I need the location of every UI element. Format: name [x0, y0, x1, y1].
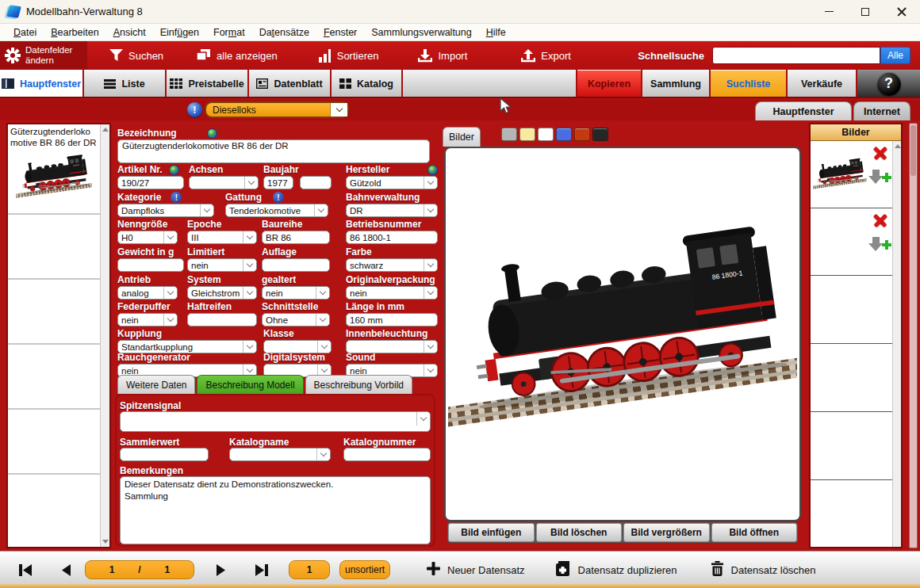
bezeichnung-field[interactable]: Güterzugtenderlokomotive BR 86 der DR — [117, 139, 430, 163]
quicksearch-input[interactable] — [712, 47, 880, 64]
bild-oeffnen-button[interactable]: Bild öffnen — [711, 523, 798, 542]
nenngroesse-select[interactable]: H0 — [117, 231, 178, 244]
image-slot[interactable] — [811, 141, 892, 208]
haftreifen-field[interactable] — [187, 313, 257, 326]
swatch-yellow[interactable] — [519, 128, 535, 141]
globe-icon[interactable] — [427, 165, 438, 175]
federpuffer-select[interactable]: nein — [117, 313, 178, 326]
tab-katalog[interactable]: Katalog — [332, 70, 401, 97]
auflage-field[interactable] — [262, 258, 330, 272]
main-image[interactable] — [444, 147, 801, 521]
bemerkungen-field[interactable]: Dieser Datensatz dient zu Demonstrations… — [120, 476, 431, 544]
tab-liste[interactable]: Liste — [84, 70, 165, 97]
close-button[interactable] — [884, 0, 920, 23]
export-button[interactable]: Export — [513, 41, 579, 70]
scrollbar-thumb[interactable] — [910, 125, 916, 176]
baureihe-field[interactable] — [262, 231, 330, 244]
tab-suchliste[interactable]: Suchliste — [711, 70, 786, 97]
tab-hauptfenster[interactable]: Hauptfenster — [0, 70, 82, 97]
globe-icon[interactable] — [207, 128, 217, 139]
previous-record-button[interactable] — [60, 563, 72, 577]
tab-bilder[interactable]: Bilder — [443, 127, 481, 147]
gattung-select[interactable]: Tenderlokomotive — [225, 204, 328, 217]
antrieb-select[interactable]: analog — [117, 286, 178, 300]
laenge-field[interactable] — [346, 313, 438, 326]
delete-image-icon[interactable] — [873, 213, 887, 227]
duplicate-record-button[interactable]: Datensatz duplizieren — [555, 561, 677, 578]
record-list-item-selected[interactable]: Güterzugtenderlokomotive BR 86 der DR — [8, 124, 100, 215]
tab-preistabelle[interactable]: Preistabelle — [167, 70, 247, 97]
scroll-down-icon[interactable] — [102, 540, 109, 544]
next-record-button[interactable] — [215, 563, 227, 577]
menu-fenster[interactable]: Fenster — [316, 25, 364, 40]
quicksearch-all-button[interactable]: Alle — [880, 47, 910, 64]
images-scrollbar[interactable] — [892, 141, 901, 547]
tab-verkaeufe[interactable]: Verkäufe — [788, 70, 856, 97]
baujahr-field[interactable] — [263, 176, 293, 189]
bahnverwaltung-select[interactable]: DR — [346, 204, 438, 217]
info-icon[interactable] — [187, 102, 202, 117]
menu-einfuegen[interactable]: Einfügen — [153, 25, 206, 40]
right-tab-hauptfenster[interactable]: Hauptfenster — [755, 101, 852, 120]
gewicht-field[interactable] — [117, 258, 184, 272]
farbe-select[interactable]: schwarz — [346, 258, 438, 272]
window-scrollbar[interactable] — [909, 123, 918, 548]
system-select[interactable]: Gleichstrom — [187, 286, 257, 300]
menu-format[interactable]: Format — [206, 25, 252, 40]
menu-datensaetze[interactable]: Datensätze — [252, 25, 316, 40]
move-down-add-icon[interactable] — [871, 237, 890, 253]
tab-kopieren[interactable]: Kopieren — [577, 70, 641, 97]
menu-sammlungsverwaltung[interactable]: Sammlungsverwaltung — [364, 25, 478, 40]
scroll-up-icon[interactable] — [102, 128, 109, 132]
first-record-button[interactable] — [17, 563, 33, 577]
gealtert-select[interactable]: nein — [262, 286, 330, 300]
record-list-item[interactable] — [8, 280, 100, 345]
right-tab-internet[interactable]: Internet — [853, 101, 910, 120]
achsen-select[interactable] — [189, 176, 259, 189]
schnittstelle-select[interactable]: Ohne — [262, 313, 330, 326]
betriebsnummer-field[interactable] — [346, 231, 438, 244]
tab-weitere-daten[interactable]: Weitere Daten — [117, 375, 195, 394]
limitiert-select[interactable]: nein — [187, 258, 257, 272]
image-slot[interactable] — [811, 344, 892, 412]
image-slot[interactable] — [811, 412, 892, 480]
tab-sammlung[interactable]: Sammlung — [642, 70, 709, 97]
record-list-item[interactable] — [8, 410, 100, 475]
epoche-select[interactable]: III — [187, 231, 257, 244]
new-record-button[interactable]: Neuer Datensatz — [427, 562, 525, 578]
kategorie-select[interactable]: Dampfloks — [117, 204, 214, 217]
menu-hilfe[interactable]: Hilfe — [479, 25, 513, 40]
record-list-item[interactable] — [8, 215, 100, 280]
bild-einfuegen-button[interactable]: Bild einfügen — [448, 523, 535, 542]
katalognummer-field[interactable] — [343, 448, 431, 461]
import-button[interactable]: Import — [410, 41, 475, 70]
show-all-button[interactable]: alle anzeigen — [189, 41, 286, 70]
swatch-white[interactable] — [538, 128, 554, 141]
menu-ansicht[interactable]: Ansicht — [106, 25, 153, 40]
menu-bearbeiten[interactable]: Bearbeiten — [44, 25, 105, 40]
swatch-blue[interactable] — [556, 128, 572, 141]
katalogname-select[interactable] — [229, 448, 331, 461]
search-button[interactable]: Suchen — [102, 41, 171, 70]
swatch-black[interactable] — [592, 128, 608, 141]
globe-icon[interactable] — [169, 165, 179, 175]
last-record-button[interactable] — [254, 563, 270, 577]
tab-beschreibung-vorbild[interactable]: Beschreibung Vorbild — [305, 375, 412, 394]
move-down-add-icon[interactable] — [871, 170, 890, 185]
bild-vergroessern-button[interactable]: Bild vergrößern — [623, 523, 710, 542]
image-slot[interactable] — [811, 480, 892, 544]
bild-loeschen-button[interactable]: Bild löschen — [536, 523, 623, 542]
menu-datei[interactable]: Datei — [6, 25, 44, 40]
maximize-button[interactable] — [847, 0, 884, 23]
swatch-gray[interactable] — [501, 128, 517, 141]
delete-image-icon[interactable] — [873, 146, 887, 160]
image-slot[interactable] — [811, 208, 892, 276]
tab-beschreibung-modell[interactable]: Beschreibung Modell — [197, 375, 303, 394]
minimize-button[interactable] — [811, 0, 847, 23]
swatch-rust[interactable] — [574, 128, 590, 141]
help-button[interactable] — [877, 72, 901, 96]
sammlerwert-field[interactable] — [120, 448, 209, 461]
originalverpackung-select[interactable]: nein — [346, 286, 438, 300]
scroll-up-icon[interactable] — [895, 144, 901, 148]
tab-datenblatt[interactable]: Datenblatt — [249, 70, 330, 97]
